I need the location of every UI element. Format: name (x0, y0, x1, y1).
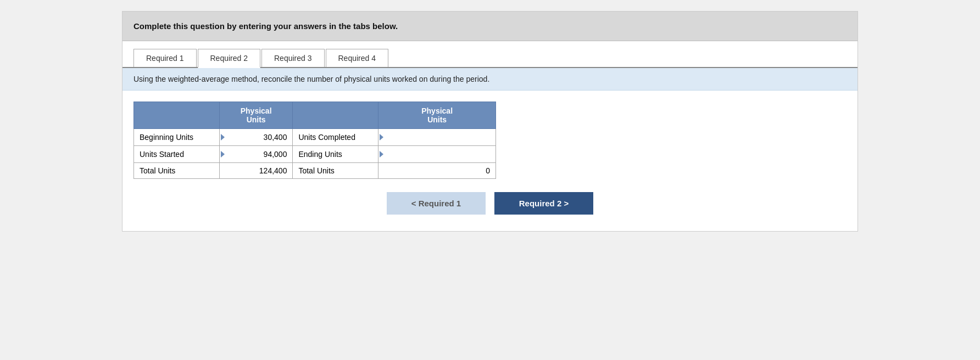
col-header-left-physical-units: PhysicalUnits (219, 102, 293, 129)
physical-units-table: PhysicalUnits PhysicalUnits Beginning Un… (133, 102, 496, 179)
left-value-3: 124,400 (219, 163, 293, 179)
tabs-row: Required 1 Required 2 Required 3 Require… (122, 41, 858, 68)
instruction-bar: Using the weighted-average method, recon… (122, 68, 858, 91)
right-input-2[interactable] (378, 146, 496, 163)
arrow-icon-r2 (380, 151, 383, 158)
content-area: PhysicalUnits PhysicalUnits Beginning Un… (122, 91, 858, 231)
table-row: Beginning Units 30,400 Units Completed (134, 129, 496, 146)
instruction-text: Using the weighted-average method, recon… (133, 75, 489, 83)
col-header-right-physical-units: PhysicalUnits (378, 102, 496, 129)
right-input-1[interactable] (378, 129, 496, 146)
next-button[interactable]: Required 2 > (494, 192, 593, 215)
left-value-2: 94,000 (219, 146, 293, 163)
buttons-row: < Required 1 Required 2 > (133, 192, 847, 215)
header-instruction: Complete this question by entering your … (133, 21, 398, 31)
main-container: Complete this question by entering your … (122, 11, 858, 232)
left-label-3: Total Units (134, 163, 220, 179)
col-header-empty (134, 102, 220, 129)
right-label-3: Total Units (293, 163, 378, 179)
prev-button[interactable]: < Required 1 (387, 192, 486, 215)
left-label-1: Beginning Units (134, 129, 220, 146)
arrow-icon-1 (221, 134, 225, 140)
table-row: Units Started 94,000 Ending Units (134, 146, 496, 163)
ending-units-input[interactable] (378, 146, 495, 162)
tab-required-1[interactable]: Required 1 (133, 49, 197, 67)
right-label-2: Ending Units (293, 146, 378, 163)
right-value-3: 0 (378, 163, 496, 179)
table-row: Total Units 124,400 Total Units 0 (134, 163, 496, 179)
tab-required-3[interactable]: Required 3 (261, 49, 325, 67)
tab-required-2[interactable]: Required 2 (198, 49, 261, 68)
right-label-1: Units Completed (293, 129, 378, 146)
arrow-icon-r1 (380, 134, 383, 140)
header-bar: Complete this question by entering your … (122, 12, 858, 41)
arrow-icon-2 (221, 151, 225, 158)
col-header-middle-empty (293, 102, 378, 129)
left-value-1: 30,400 (219, 129, 293, 146)
tab-required-4[interactable]: Required 4 (326, 49, 389, 67)
units-completed-input[interactable] (378, 129, 495, 145)
left-label-2: Units Started (134, 146, 220, 163)
